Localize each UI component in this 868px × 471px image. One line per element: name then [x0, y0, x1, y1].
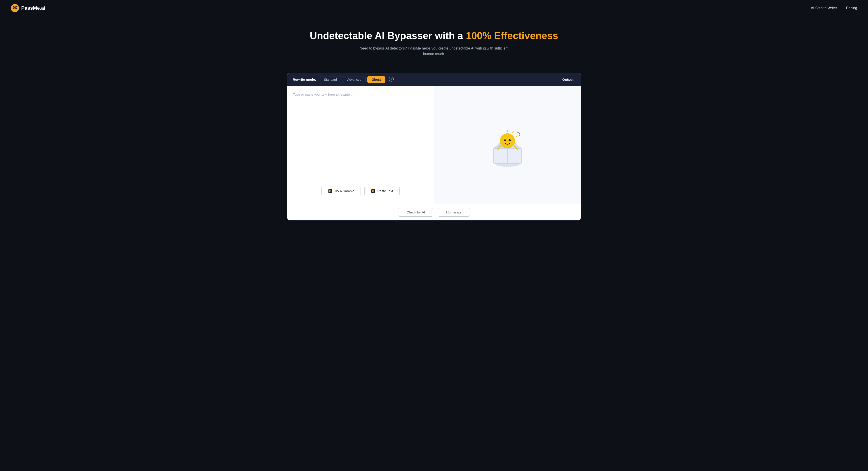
nav-links: AI Stealth Writer Pricing: [811, 6, 857, 10]
hero-title: Undetectable AI Bypasser with a 100% Eff…: [4, 30, 864, 42]
svg-point-6: [16, 7, 17, 8]
input-actions: Try A Sample Paste Text: [293, 184, 428, 199]
try-sample-button[interactable]: Try A Sample: [321, 186, 361, 196]
nav-link-ai-stealth-writer[interactable]: AI Stealth Writer: [811, 6, 837, 10]
svg-point-27: [519, 136, 520, 136]
svg-rect-15: [372, 190, 373, 191]
info-icon[interactable]: i: [389, 77, 394, 83]
tool-body: Try A Sample Paste Text: [287, 86, 581, 204]
paste-text-label: Paste Text: [377, 189, 393, 193]
svg-rect-10: [329, 190, 330, 191]
svg-rect-9: [329, 189, 332, 193]
svg-point-5: [13, 7, 14, 8]
nav-link-pricing[interactable]: Pricing: [846, 6, 857, 10]
logo-icon: [11, 4, 19, 12]
mascot-illustration: [485, 123, 530, 168]
try-sample-icon: [328, 189, 333, 193]
tool-footer: Check for AI Humanize: [287, 204, 581, 220]
svg-rect-11: [331, 190, 331, 191]
paste-text-button[interactable]: Paste Text: [364, 186, 400, 196]
hero-subtitle: Need to bypass AI detectors? PassMe help…: [357, 46, 511, 57]
svg-rect-17: [372, 191, 373, 192]
svg-line-25: [512, 131, 513, 133]
svg-rect-16: [373, 190, 374, 191]
svg-point-23: [500, 134, 515, 149]
mascot: [485, 123, 530, 168]
svg-rect-13: [331, 191, 331, 192]
svg-line-26: [515, 136, 517, 137]
text-input[interactable]: [293, 92, 428, 179]
output-label: Output: [562, 78, 575, 81]
svg-point-0: [11, 4, 19, 12]
mode-tabs: Standard Advanced Ghost: [320, 76, 385, 83]
svg-rect-18: [373, 191, 374, 192]
mode-tab-advanced[interactable]: Advanced: [343, 76, 366, 83]
svg-point-30: [505, 139, 506, 140]
svg-rect-14: [371, 189, 375, 193]
humanize-button[interactable]: Humanize: [438, 208, 470, 216]
tool-container: Rewrite mode: Standard Advanced Ghost i …: [287, 73, 581, 220]
hero-title-highlight: 100% Effectiveness: [466, 30, 558, 41]
svg-point-28: [504, 139, 506, 141]
svg-point-31: [509, 139, 510, 140]
svg-point-29: [508, 139, 510, 141]
mode-tab-standard[interactable]: Standard: [320, 76, 341, 83]
hero-title-plain: Undetectable AI Bypasser with a: [310, 30, 466, 41]
mode-tab-ghost[interactable]: Ghost: [367, 76, 385, 83]
hero-section: Undetectable AI Bypasser with a 100% Eff…: [0, 16, 868, 66]
output-panel: [434, 86, 581, 204]
check-for-ai-button[interactable]: Check for AI: [398, 208, 433, 216]
logo-text: PassMe.ai: [21, 5, 45, 11]
rewrite-mode-label: Rewrite mode:: [293, 78, 316, 81]
svg-text:i: i: [391, 78, 392, 81]
try-sample-label: Try A Sample: [334, 189, 354, 193]
logo[interactable]: PassMe.ai: [11, 4, 45, 12]
svg-rect-12: [329, 191, 330, 192]
navbar: PassMe.ai AI Stealth Writer Pricing: [0, 0, 868, 16]
input-panel: Try A Sample Paste Text: [287, 86, 434, 204]
tool-header: Rewrite mode: Standard Advanced Ghost i …: [287, 73, 581, 86]
paste-text-icon: [371, 189, 375, 193]
